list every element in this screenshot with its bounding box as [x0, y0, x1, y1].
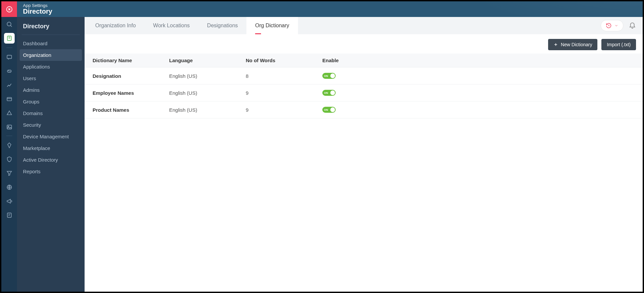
sidebar-item-reports[interactable]: Reports — [17, 166, 85, 177]
rail-link-icon-button[interactable] — [1, 65, 17, 78]
toggle-knob — [330, 73, 335, 78]
image-icon — [6, 124, 13, 130]
side-nav-title: Directory — [22, 17, 80, 35]
tab-designations[interactable]: Designations — [198, 17, 247, 34]
table-header: Dictionary Name Language No of Words Ena… — [85, 54, 643, 68]
note-icon — [6, 212, 13, 219]
sidebar-item-admins[interactable]: Admins — [17, 84, 85, 96]
analytics-icon — [6, 82, 13, 88]
rail-separator — [6, 48, 12, 48]
sidebar-item-device-management[interactable]: Device Management — [17, 131, 85, 142]
side-nav: Directory DashboardOrganizationApplicati… — [17, 17, 85, 292]
dictionary-name: Employee Names — [93, 90, 169, 96]
rail-megaphone-icon-button[interactable] — [1, 195, 17, 208]
tab-bar: Organization InfoWork LocationsDesignati… — [85, 17, 643, 34]
rail-diamond-icon-button[interactable] — [1, 139, 17, 152]
sidebar-item-domains[interactable]: Domains — [17, 107, 85, 119]
col-header-name: Dictionary Name — [93, 58, 169, 63]
tab-org-dictionary[interactable]: Org Dictionary — [246, 17, 298, 34]
directory-icon — [6, 35, 13, 42]
dictionary-word-count: 8 — [246, 73, 322, 79]
table-row: DesignationEnglish (US)8ON — [85, 68, 643, 84]
tab-organization-info[interactable]: Organization Info — [87, 17, 145, 34]
sidebar-item-organization[interactable]: Organization — [20, 49, 82, 61]
toggle-knob — [330, 90, 335, 95]
directory-app-icon-button[interactable] — [4, 33, 15, 44]
breadcrumb: App Settings — [23, 3, 52, 8]
rail-filter-icon-button[interactable] — [1, 167, 17, 180]
dictionary-enable-cell: ON — [322, 73, 635, 79]
dictionary-language: English (US) — [169, 73, 246, 79]
enable-toggle[interactable]: ON — [322, 90, 336, 96]
col-header-words: No of Words — [246, 58, 322, 63]
toggle-label: ON — [324, 91, 328, 94]
rail-chat-icon-button[interactable] — [1, 51, 17, 64]
table-row: Product NamesEnglish (US)9ON — [85, 101, 643, 118]
sidebar-item-marketplace[interactable]: Marketplace — [17, 142, 85, 154]
close-button[interactable] — [1, 1, 17, 17]
icon-rail — [1, 1, 17, 292]
table-row: Employee NamesEnglish (US)9ON — [85, 84, 643, 101]
notifications-button[interactable] — [629, 21, 636, 30]
svg-rect-5 — [7, 125, 11, 129]
new-dictionary-label: New Dictionary — [561, 42, 592, 47]
import-txt-button[interactable]: Import (.txt) — [601, 39, 636, 50]
chevron-down-icon — [614, 24, 618, 28]
chat-icon — [6, 54, 13, 61]
dictionary-enable-cell: ON — [322, 90, 635, 96]
dictionary-table: Dictionary Name Language No of Words Ena… — [85, 54, 643, 118]
action-bar: New Dictionary Import (.txt) — [85, 34, 643, 54]
diamond-icon — [6, 142, 13, 149]
rail-note-icon-button[interactable] — [1, 209, 17, 222]
dictionary-language: English (US) — [169, 90, 246, 96]
dictionary-language: English (US) — [169, 107, 246, 113]
dictionary-enable-cell: ON — [322, 107, 635, 113]
sidebar-item-applications[interactable]: Applications — [17, 61, 85, 73]
col-header-language: Language — [169, 58, 246, 63]
toggle-label: ON — [324, 108, 328, 111]
svg-rect-4 — [7, 97, 11, 101]
close-icon — [6, 6, 13, 13]
dictionary-word-count: 9 — [246, 90, 322, 96]
folder-icon — [6, 96, 13, 102]
top-header: App Settings Directory — [17, 1, 643, 17]
filter-icon — [6, 170, 13, 177]
rail-analytics-icon-button[interactable] — [1, 78, 17, 92]
new-dictionary-button[interactable]: New Dictionary — [548, 39, 597, 50]
search-icon-button[interactable] — [1, 18, 17, 31]
dictionary-word-count: 9 — [246, 107, 322, 113]
sidebar-item-security[interactable]: Security — [17, 119, 85, 131]
plus-icon — [553, 42, 558, 47]
rail-image-icon-button[interactable] — [1, 120, 17, 134]
triangle-icon — [6, 110, 13, 116]
import-txt-label: Import (.txt) — [607, 42, 631, 47]
main-content: Organization InfoWork LocationsDesignati… — [85, 17, 643, 292]
shield-icon — [6, 156, 13, 163]
sidebar-item-active-directory[interactable]: Active Directory — [17, 154, 85, 166]
svg-point-1 — [7, 22, 11, 26]
rail-triangle-icon-button[interactable] — [1, 106, 17, 120]
bell-icon — [629, 21, 636, 29]
dictionary-name: Designation — [93, 73, 169, 79]
enable-toggle[interactable]: ON — [322, 107, 336, 113]
sidebar-item-users[interactable]: Users — [17, 73, 85, 84]
megaphone-icon — [6, 198, 13, 205]
page-title: Directory — [23, 7, 52, 15]
dictionary-name: Product Names — [93, 107, 169, 113]
col-header-enable: Enable — [322, 58, 635, 63]
toggle-knob — [330, 107, 335, 112]
globe-icon — [6, 184, 13, 191]
sidebar-item-groups[interactable]: Groups — [17, 96, 85, 107]
rail-shield-icon-button[interactable] — [1, 153, 17, 166]
rail-separator — [6, 136, 12, 136]
toggle-label: ON — [324, 74, 328, 77]
svg-rect-3 — [7, 55, 11, 59]
history-icon — [606, 23, 612, 29]
rail-globe-icon-button[interactable] — [1, 181, 17, 194]
tab-work-locations[interactable]: Work Locations — [145, 17, 198, 34]
history-dropdown-button[interactable] — [601, 20, 623, 31]
rail-folder-icon-button[interactable] — [1, 92, 17, 106]
search-icon — [6, 21, 13, 28]
sidebar-item-dashboard[interactable]: Dashboard — [17, 38, 85, 49]
enable-toggle[interactable]: ON — [322, 73, 336, 79]
